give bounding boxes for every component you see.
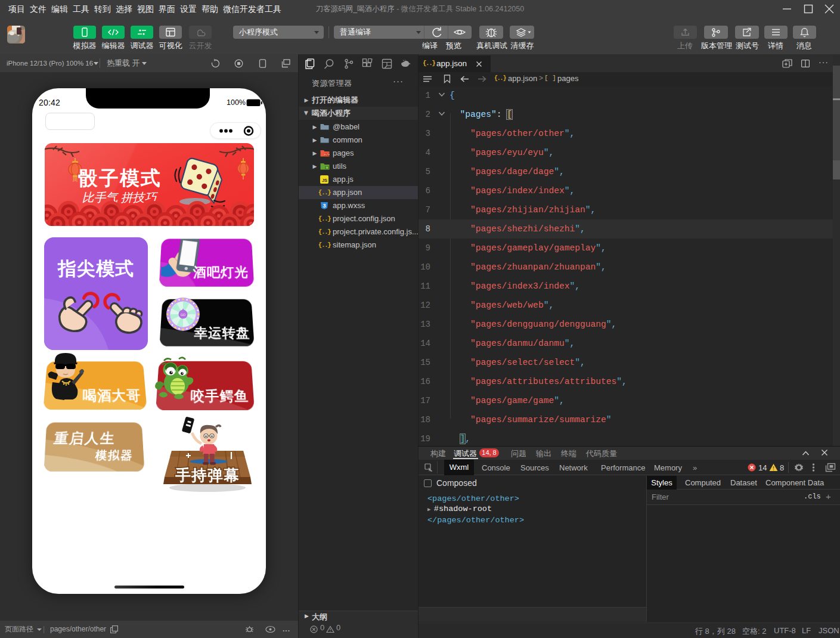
svg-text:3: 3	[323, 203, 326, 209]
svg-text:GO: GO	[181, 313, 185, 317]
svg-text:JS: JS	[322, 178, 327, 183]
svg-text:+: +	[326, 166, 328, 170]
svg-text:手持弹幕: 手持弹幕	[175, 466, 240, 484]
svg-text:</>: </>	[324, 153, 330, 157]
